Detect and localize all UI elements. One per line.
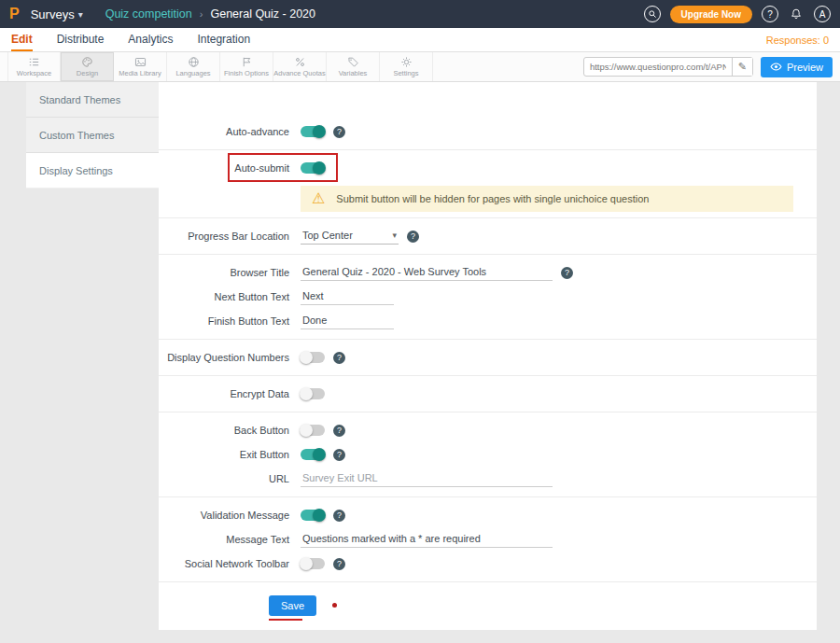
upgrade-now-button[interactable]: Upgrade Now: [670, 6, 752, 23]
progress-bar-location-row: Progress Bar Location Top Center ▾ ?: [159, 224, 817, 248]
toolbar-item-label: Workspace: [17, 69, 51, 77]
finish-button-text-row: Finish Button Text: [159, 309, 817, 333]
annotation-red-underline: [269, 619, 302, 621]
themes-sidebar: Standard Themes Custom Themes Display Se…: [26, 82, 159, 630]
next-button-text-label: Next Button Text: [159, 291, 289, 302]
toggle-knob: [300, 351, 313, 364]
tab-integration[interactable]: Integration: [197, 28, 250, 51]
surveys-dropdown[interactable]: Surveys ▾: [31, 7, 83, 21]
finish-button-text-input[interactable]: [301, 313, 394, 329]
auto-submit-toggle[interactable]: [301, 162, 325, 174]
image-icon: [134, 56, 147, 68]
display-question-numbers-toggle[interactable]: [301, 352, 325, 363]
tab-edit[interactable]: Edit: [11, 28, 33, 51]
toolbar-item-languages[interactable]: Languages: [167, 52, 220, 81]
display-question-numbers-label: Display Question Numbers: [159, 352, 289, 363]
toolbar-item-design[interactable]: Design: [61, 52, 114, 81]
help-icon[interactable]: ?: [333, 352, 345, 364]
responses-count[interactable]: Responses: 0: [766, 28, 829, 51]
toolbar-item-settings[interactable]: Settings: [380, 52, 433, 81]
toggle-knob: [313, 448, 326, 461]
message-text-input[interactable]: [301, 531, 553, 548]
toolbar-item-media-library[interactable]: Media Library: [114, 52, 167, 81]
eye-icon: [770, 62, 782, 72]
help-icon[interactable]: ?: [333, 558, 345, 570]
survey-url-input[interactable]: [584, 62, 732, 72]
toggle-knob: [313, 125, 326, 138]
search-icon[interactable]: [644, 6, 661, 22]
social-network-toolbar-row: Social Network Toolbar ?: [159, 552, 817, 576]
design-toolbar: Workspace Design Media Library Languages…: [0, 52, 840, 82]
auto-submit-row: Auto-submit: [159, 156, 817, 180]
save-button[interactable]: Save: [269, 595, 316, 616]
tab-distribute[interactable]: Distribute: [57, 28, 105, 51]
toggle-knob: [313, 509, 326, 522]
help-icon[interactable]: ?: [333, 449, 345, 461]
help-icon[interactable]: ?: [333, 425, 345, 437]
toolbar-item-label: Variables: [339, 69, 368, 77]
sidebar-item-display-settings[interactable]: Display Settings: [26, 153, 159, 189]
exit-url-label: URL: [159, 473, 289, 484]
toolbar-item-label: Finish Options: [224, 69, 269, 77]
next-button-text-row: Next Button Text: [159, 285, 817, 309]
toggle-knob: [313, 161, 326, 175]
globe-icon: [188, 56, 200, 68]
exit-url-input[interactable]: [301, 470, 553, 487]
toolbar-item-variables[interactable]: Variables: [327, 52, 380, 81]
warning-icon: ⚠: [312, 191, 325, 206]
bell-icon[interactable]: [788, 6, 805, 22]
social-network-toolbar-label: Social Network Toolbar: [159, 558, 289, 569]
back-button-label: Back Button: [159, 425, 289, 436]
toolbar-item-label: Design: [77, 69, 98, 77]
tag-icon: [347, 56, 359, 68]
help-icon[interactable]: ?: [762, 6, 778, 22]
toggle-knob: [300, 557, 313, 570]
percent-icon: [294, 56, 306, 68]
toolbar-item-finish-options[interactable]: Finish Options: [220, 52, 273, 81]
display-settings-panel: Auto-advance ? Auto-submit ⚠ Submit butt…: [159, 82, 817, 630]
back-button-toggle[interactable]: [301, 425, 325, 436]
help-icon[interactable]: ?: [333, 126, 345, 138]
help-icon[interactable]: ?: [333, 510, 345, 522]
auto-advance-label: Auto-advance: [159, 126, 289, 137]
edit-url-icon[interactable]: ✎: [732, 58, 752, 76]
validation-message-toggle[interactable]: [301, 510, 325, 521]
annotation-red-dot: [332, 603, 337, 608]
toggle-knob: [300, 387, 313, 400]
encrypt-data-toggle[interactable]: [301, 388, 325, 399]
progress-bar-location-label: Progress Bar Location: [159, 231, 289, 242]
next-button-text-input[interactable]: [301, 288, 394, 305]
encrypt-data-row: Encrypt Data: [159, 382, 817, 406]
divider: [159, 254, 817, 255]
breadcrumb-project[interactable]: Quiz competition: [105, 7, 192, 21]
social-network-toolbar-toggle[interactable]: [301, 558, 325, 569]
auto-advance-toggle[interactable]: [301, 126, 325, 137]
divider: [159, 217, 817, 218]
message-text-row: Message Text: [159, 527, 817, 552]
workspace-icon: [28, 56, 40, 68]
auto-submit-label: Auto-submit: [159, 162, 289, 174]
exit-url-row: URL: [159, 467, 817, 491]
help-icon[interactable]: ?: [561, 267, 573, 279]
help-icon[interactable]: ?: [407, 231, 419, 243]
submit-warning-banner: ⚠ Submit button will be hidden for pages…: [301, 186, 793, 212]
tab-analytics[interactable]: Analytics: [128, 28, 173, 51]
toolbar-item-workspace[interactable]: Workspace: [7, 52, 61, 81]
breadcrumb: Quiz competition › General Quiz - 2020: [105, 7, 315, 21]
palette-icon: [81, 56, 93, 68]
warning-text: Submit button will be hidden for pages w…: [336, 193, 649, 204]
sidebar-item-custom-themes[interactable]: Custom Themes: [26, 118, 159, 153]
progress-bar-location-select[interactable]: Top Center ▾: [301, 228, 399, 245]
divider: [159, 339, 817, 340]
sidebar-item-standard-themes[interactable]: Standard Themes: [26, 82, 159, 118]
toolbar-item-label: Settings: [393, 69, 418, 77]
browser-title-label: Browser Title: [159, 267, 289, 278]
preview-button[interactable]: Preview: [761, 57, 833, 77]
exit-button-toggle[interactable]: [301, 449, 325, 460]
avatar[interactable]: A: [814, 6, 831, 22]
selected-value: Top Center: [302, 230, 353, 241]
display-question-numbers-row: Display Question Numbers ?: [159, 345, 817, 370]
toolbar-item-advance-quotas[interactable]: Advance Quotas: [273, 52, 327, 81]
breadcrumb-separator: ›: [200, 8, 203, 20]
browser-title-input[interactable]: [301, 264, 553, 281]
